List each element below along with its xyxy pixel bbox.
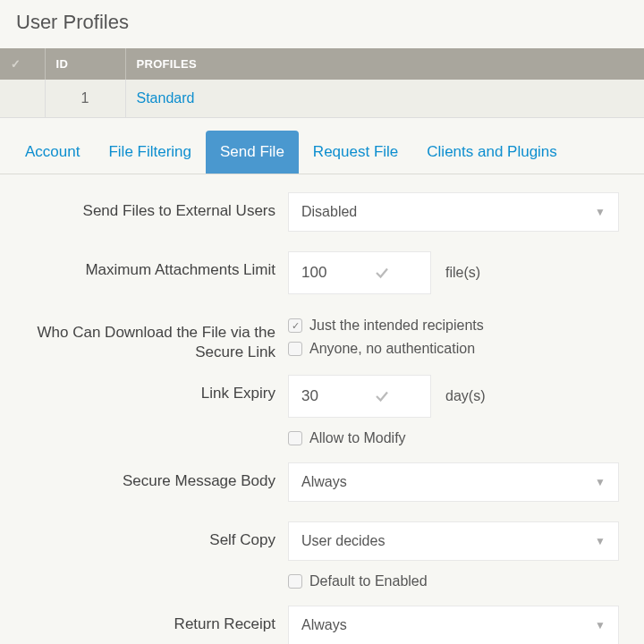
option-anyone: Anyone, no authentication [309,341,475,357]
checkbox-allow-modify[interactable] [288,431,302,445]
header-profiles: PROFILES [125,48,644,80]
table-row[interactable]: 1 Standard [0,80,644,118]
input-link-expiry[interactable] [301,387,364,405]
header-checkbox-col[interactable]: ✓ [0,48,45,80]
chevron-down-icon: ▼ [595,535,606,547]
select-send-external[interactable]: Disabled ▼ [288,192,619,232]
checkbox-default-enabled[interactable] [288,574,302,589]
chevron-down-icon: ▼ [595,206,606,218]
label-return-receipt: Return Receipt [11,606,288,634]
chevron-down-icon: ▼ [595,476,606,488]
label-link-expiry: Link Expiry [11,375,288,403]
confirm-max-attach-button[interactable] [364,252,400,293]
tab-file-filtering[interactable]: File Filtering [94,131,206,174]
select-self-copy[interactable]: User decides ▼ [288,521,619,561]
label-max-attach: Maximum Attachments Limit [11,251,288,280]
select-value: Always [301,617,347,633]
label-secure-body: Secure Message Body [11,462,288,491]
checkbox-intended-recipients[interactable] [288,318,302,333]
label-allow-modify: Allow to Modify [309,430,406,446]
option-intended-recipients: Just the intended recipients [309,318,484,334]
unit-files: file(s) [440,265,480,281]
input-max-attach-wrap [288,251,431,294]
check-icon [374,265,390,281]
label-send-external: Send Files to External Users [11,192,288,221]
profile-link[interactable]: Standard [137,90,195,106]
label-self-copy: Self Copy [11,521,288,550]
unit-days: day(s) [440,388,485,404]
checkbox-anyone[interactable] [288,342,302,356]
settings-form: Send Files to External Users Disabled ▼ … [0,174,644,644]
check-icon: ✓ [11,57,21,71]
tab-request-file[interactable]: Request File [299,131,412,174]
label-default-enabled: Default to Enabled [309,573,428,589]
input-link-expiry-wrap [288,375,431,418]
select-secure-body[interactable]: Always ▼ [288,462,619,502]
tab-send-file[interactable]: Send File [206,131,299,174]
label-who-download: Who Can Download the File via the Secure… [11,314,288,362]
select-return-receipt[interactable]: Always ▼ [288,606,619,644]
chevron-down-icon: ▼ [595,619,606,631]
page-title: User Profiles [0,0,644,48]
row-checkbox-cell[interactable] [0,80,45,118]
select-value: User decides [301,533,385,549]
profiles-table: ✓ ID PROFILES 1 Standard [0,48,644,118]
input-max-attach[interactable] [301,264,364,282]
check-icon [374,388,390,404]
select-value: Disabled [301,204,357,220]
tab-clients-plugins[interactable]: Clients and Plugins [412,131,572,174]
confirm-link-expiry-button[interactable] [364,376,400,417]
tabs: Account File Filtering Send File Request… [0,131,644,174]
select-value: Always [301,474,347,490]
header-id: ID [45,48,125,80]
row-id: 1 [45,80,125,118]
tab-account[interactable]: Account [11,131,94,174]
